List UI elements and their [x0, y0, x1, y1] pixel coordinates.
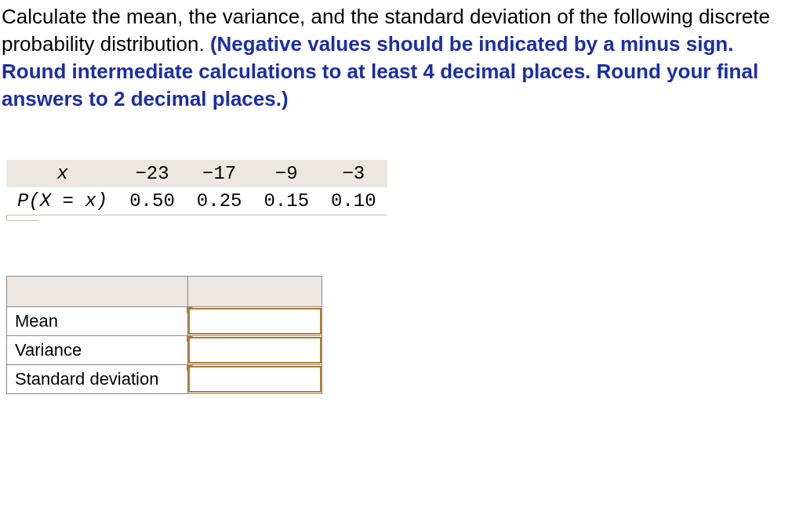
- table-tick-decoration: [6, 215, 38, 221]
- answer-label-mean: Mean: [7, 307, 188, 336]
- answer-label-stddev: Standard deviation: [7, 365, 188, 394]
- p-label: P(X = x): [6, 187, 118, 215]
- distribution-table: x −23 −17 −9 −3 P(X = x) 0.50 0.25 0.15 …: [6, 160, 387, 215]
- p-value: 0.25: [186, 187, 253, 215]
- x-label: x: [6, 160, 118, 187]
- p-value: 0.50: [118, 187, 186, 215]
- question-text: Calculate the mean, the variance, and th…: [0, 0, 803, 113]
- input-marker-icon: [187, 307, 193, 313]
- x-value: −17: [186, 160, 253, 187]
- stddev-input[interactable]: [188, 366, 322, 393]
- table-row: Standard deviation: [7, 365, 322, 394]
- answer-label-variance: Variance: [7, 336, 188, 365]
- p-value: 0.10: [320, 187, 387, 215]
- x-value: −3: [320, 160, 387, 187]
- table-row-p: P(X = x) 0.50 0.25 0.15 0.10: [6, 187, 387, 215]
- x-value: −9: [253, 160, 320, 187]
- answer-table: Mean Variance Standard deviation: [6, 276, 322, 394]
- table-row: Variance: [7, 336, 322, 365]
- input-marker-icon: [187, 365, 193, 371]
- answer-header-blank: [188, 277, 322, 307]
- p-value: 0.15: [253, 187, 320, 215]
- mean-input[interactable]: [188, 308, 322, 335]
- table-row-x: x −23 −17 −9 −3: [6, 160, 387, 187]
- x-value: −23: [118, 160, 186, 187]
- table-row: Mean: [7, 307, 322, 336]
- variance-input[interactable]: [188, 337, 322, 364]
- input-marker-icon: [187, 336, 193, 342]
- answer-header-blank: [7, 277, 188, 307]
